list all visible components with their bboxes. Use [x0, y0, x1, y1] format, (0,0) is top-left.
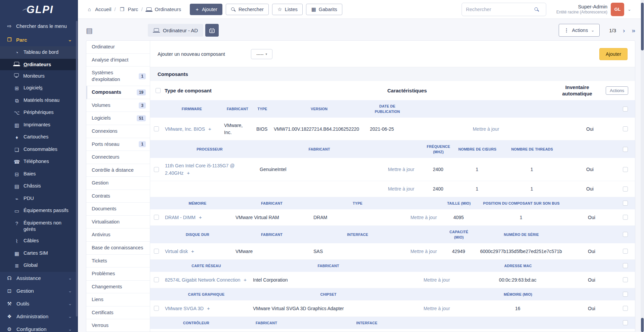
table-actions-button[interactable]: Actions: [606, 86, 628, 95]
update-link[interactable]: Mettre à jour: [406, 272, 468, 288]
row-checkbox[interactable]: [154, 277, 159, 282]
row-checkbox[interactable]: [623, 186, 628, 192]
add-button[interactable]: +Ajouter: [190, 4, 222, 15]
tab-analyse-impact[interactable]: Analyse d'impact: [86, 54, 150, 67]
tab-connecteurs[interactable]: Connecteurs: [86, 151, 150, 164]
tab-antivirus[interactable]: Antivirus: [86, 229, 150, 242]
sidebar-item-monitors[interactable]: Moniteurs: [0, 70, 78, 82]
tab-gestion[interactable]: Gestion: [86, 177, 150, 190]
breadcrumb-item-home[interactable]: ⌂Accueil: [86, 6, 111, 12]
tab-ordinateur[interactable]: Ordinateur: [86, 41, 150, 54]
sidebar-item-computers[interactable]: Ordinateurs: [0, 59, 78, 71]
sidebar-item-management[interactable]: ⊡Gestion⌄: [0, 285, 78, 297]
sidebar-item-cables[interactable]: ⌇Câbles: [0, 235, 78, 247]
list-view-icon[interactable]: ▤: [86, 27, 93, 34]
row-checkbox[interactable]: [154, 306, 159, 311]
user-menu[interactable]: Super-Admin Entité racine (Arborescence)…: [556, 3, 631, 16]
select-all-checkbox[interactable]: [156, 88, 161, 93]
global-search-input[interactable]: [462, 3, 546, 16]
tab-contrats[interactable]: Contrats: [86, 190, 150, 203]
breadcrumb-item-parc[interactable]: ❒Parc: [119, 6, 138, 12]
plus-icon[interactable]: +: [207, 305, 210, 311]
component-name-link[interactable]: VMware, Inc. BIOS +: [162, 121, 221, 137]
tab-problemes[interactable]: Problèmes: [86, 267, 150, 281]
sidebar-item-unmanaged[interactable]: ?Équipements non gérés: [0, 217, 78, 235]
sidebar-item-administration[interactable]: ❖Administration⌄: [0, 310, 78, 323]
update-link[interactable]: Mettre à jour: [382, 181, 421, 197]
templates-button[interactable]: ▦Gabarits: [306, 4, 342, 15]
tab-base-connaissances[interactable]: Base de connaissances: [86, 242, 150, 255]
tab-volumes[interactable]: Volumes3: [86, 99, 150, 112]
update-link[interactable]: Mettre à jour: [404, 210, 443, 225]
automatic-inventory-button[interactable]: [205, 24, 219, 37]
component-type-select[interactable]: ----- ▾: [251, 49, 272, 59]
tab-controle-distance[interactable]: Contrôle à distance: [86, 164, 150, 177]
tab-ports-reseau[interactable]: Ports réseau1: [86, 138, 150, 151]
row-checkbox[interactable]: [623, 277, 628, 282]
component-name-link[interactable]: 82574L Gigabit Network Connection +: [162, 272, 250, 288]
sidebar-search-menu[interactable]: ⇨ Chercher dans le menu: [0, 19, 78, 33]
update-link[interactable]: Mettre à jour: [407, 121, 565, 137]
sidebar-item-configuration[interactable]: ⚙Configuration⌄: [0, 323, 78, 332]
sidebar-item-pdu[interactable]: ⌁PDU: [0, 193, 78, 205]
plus-icon[interactable]: +: [244, 277, 247, 283]
sidebar-item-consumables[interactable]: ❑Consommables: [0, 143, 78, 156]
row-checkbox[interactable]: [154, 249, 159, 254]
row-checkbox[interactable]: [623, 306, 628, 311]
avatar[interactable]: GL: [611, 3, 624, 16]
section-checkbox[interactable]: [623, 232, 628, 237]
glpi-logo[interactable]: ⌒GLPI: [0, 0, 78, 19]
tab-verrous[interactable]: Verrous: [86, 319, 150, 332]
update-link[interactable]: Mettre à jour: [404, 244, 443, 259]
section-checkbox[interactable]: [623, 292, 628, 297]
section-checkbox[interactable]: [623, 201, 628, 206]
plus-icon[interactable]: +: [187, 170, 190, 176]
sidebar-item-phones[interactable]: ☎Téléphones: [0, 156, 78, 168]
row-checkbox[interactable]: [623, 167, 628, 172]
sidebar-scrollbar[interactable]: [76, 21, 78, 317]
breadcrumb-item-computers[interactable]: Ordinateurs: [146, 6, 181, 12]
last-page-icon[interactable]: »: [632, 27, 635, 34]
sidebar-item-global[interactable]: ≣Global: [0, 259, 78, 272]
tab-systemes-exploitation[interactable]: Systèmes d'exploitation1: [86, 67, 150, 86]
tab-composants[interactable]: Composants19: [86, 86, 150, 99]
component-name-link[interactable]: Virtual disk +: [162, 243, 233, 259]
scrollbar-thumb[interactable]: [641, 3, 644, 50]
scrollbar-thumb-bottom[interactable]: [641, 318, 644, 332]
row-checkbox[interactable]: [154, 126, 159, 131]
sidebar-item-passive[interactable]: ▭Équipements passifs: [0, 205, 78, 217]
sidebar-item-tools[interactable]: ⚒Outils⌄: [0, 297, 78, 310]
tab-virtualisation[interactable]: Virtualisation: [86, 216, 150, 229]
tab-connexions[interactable]: Connexions: [86, 125, 150, 138]
row-checkbox[interactable]: [623, 126, 628, 131]
sidebar-item-sim[interactable]: ▦Cartes SIM: [0, 247, 78, 260]
tab-tickets[interactable]: Tickets: [86, 255, 150, 268]
section-checkbox[interactable]: [623, 320, 628, 325]
search-button[interactable]: Rechercher: [226, 4, 269, 15]
section-checkbox[interactable]: [623, 263, 628, 268]
component-name-link[interactable]: VMware SVGA 3D +: [162, 300, 250, 317]
component-name-link[interactable]: DRAM - DIMM +: [162, 209, 233, 225]
component-name-link[interactable]: 11th Gen Intel Core i5-1135G7 @ 2.40GHz …: [162, 158, 257, 181]
sidebar-item-network[interactable]: ⧉Matériels réseau: [0, 94, 78, 107]
row-checkbox[interactable]: [154, 167, 159, 172]
sidebar-item-cartridges[interactable]: ♦Cartouches: [0, 131, 78, 143]
sidebar-item-printers[interactable]: ▥Imprimantes: [0, 119, 78, 131]
sidebar-item-parc[interactable]: ❒ Parc ⌄: [0, 33, 78, 46]
section-checkbox[interactable]: [623, 107, 628, 112]
actions-button[interactable]: ⋮ Actions ⌄: [559, 24, 600, 37]
sidebar-item-chassis[interactable]: ▤Châssis: [0, 180, 78, 193]
row-checkbox[interactable]: [623, 249, 628, 254]
sidebar-item-racks[interactable]: ⊟Baies: [0, 168, 78, 180]
update-link[interactable]: Mettre à jour: [406, 301, 468, 316]
section-checkbox[interactable]: [623, 147, 628, 152]
row-checkbox[interactable]: [154, 215, 159, 220]
plus-icon[interactable]: +: [199, 214, 202, 220]
tab-liens[interactable]: Liens: [86, 293, 150, 306]
update-link[interactable]: Mettre à jour: [382, 162, 421, 177]
next-page-icon[interactable]: ›: [623, 27, 625, 34]
sidebar-item-dashboard[interactable]: ◔Tableau de bord: [0, 46, 78, 59]
tab-logiciels[interactable]: Logiciels51: [86, 112, 150, 125]
plus-icon[interactable]: +: [191, 248, 194, 254]
sidebar-item-peripherals[interactable]: ⌥Périphériques: [0, 107, 78, 119]
